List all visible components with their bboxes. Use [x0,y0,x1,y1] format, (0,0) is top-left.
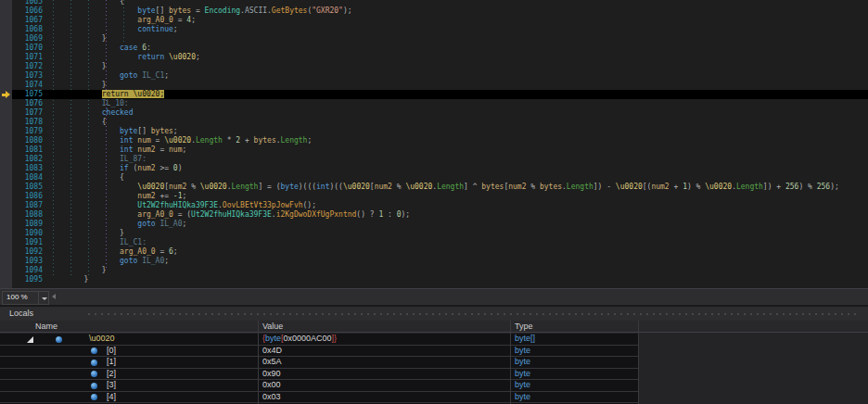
code-line[interactable]: 1086num2 += -1; [0,192,868,201]
line-number[interactable]: 1072 [12,62,43,71]
code-text[interactable]: arg_A0_0 = (Ut2W2fhuHIQka39F3E.i2KgDwoDX… [137,210,410,220]
code-line[interactable]: 1090} [0,229,868,238]
line-number[interactable]: 1089 [12,220,43,229]
value-cell[interactable]: 0x03 [262,392,281,403]
line-number[interactable]: 1065 [12,0,43,6]
code-text[interactable]: byte[] bytes; [120,127,178,136]
line-number[interactable]: 1068 [12,25,43,34]
value-cell[interactable]: 0x90 [262,369,281,380]
line-number[interactable]: 1090 [12,229,43,238]
expander-icon[interactable] [27,336,33,343]
line-number[interactable]: 1095 [12,275,43,284]
column-header-value[interactable]: Value [262,321,283,332]
code-text[interactable]: goto IL_A0; [137,220,186,229]
line-number[interactable]: 1075 [12,90,43,99]
code-text[interactable]: IL_C1: [120,238,147,247]
line-number[interactable]: 1079 [12,127,43,136]
line-number[interactable]: 1087 [12,201,43,210]
scroll-left-arrow-icon[interactable] [52,294,56,299]
line-number[interactable]: 1070 [12,44,43,53]
line-number[interactable]: 1082 [12,155,43,164]
code-line[interactable]: 1066byte[] bytes = Encoding.ASCII.GetByt… [0,6,868,16]
column-header-name[interactable]: Name [35,321,57,332]
line-number[interactable]: 1080 [12,136,43,145]
code-line[interactable]: 1076IL_10: [0,99,868,108]
locals-row[interactable]: [1]0x5Abyte [0,357,638,369]
code-line[interactable]: 1078{ [0,118,868,127]
value-cell[interactable]: {byte[0x0000AC00]} [262,334,337,345]
code-text[interactable]: byte[] bytes = Encoding.ASCII.GetBytes("… [137,6,351,16]
code-text[interactable]: { [102,118,107,127]
code-line[interactable]: 1065{ [0,0,868,6]
code-line[interactable]: 1068continue; [0,25,868,34]
code-text[interactable]: IL_87: [120,155,147,164]
value-cell[interactable]: 0x00 [262,380,281,391]
line-number[interactable]: 1073 [12,71,43,81]
breakpoint-margin[interactable] [0,0,12,288]
code-line[interactable]: 1084{ [0,173,868,183]
column-separator[interactable] [510,321,511,404]
locals-row[interactable]: \u0020{byte[0x0000AC00]}byte[] [0,334,638,346]
code-line[interactable]: 1082IL_87: [0,155,868,164]
column-separator[interactable] [258,321,259,404]
code-text[interactable]: return \u0020; [102,90,164,99]
line-number[interactable]: 1086 [12,192,43,201]
code-text[interactable]: } [102,34,107,44]
line-number[interactable]: 1091 [12,238,43,247]
code-line[interactable]: 1077checked [0,108,868,118]
code-line[interactable]: 1095} [0,275,868,284]
code-text[interactable]: continue; [137,25,177,34]
line-number[interactable]: 1094 [12,266,43,275]
code-text[interactable]: if (num2 >= 0) [120,164,182,173]
code-line[interactable]: 1080int num = \u0020.Length * 2 + bytes.… [0,136,868,145]
line-number[interactable]: 1083 [12,164,43,173]
code-line[interactable]: 1093goto IL_A0; [0,257,868,266]
line-number[interactable]: 1071 [12,53,43,62]
code-line[interactable]: 1081int num2 = num; [0,145,868,155]
line-number[interactable]: 1069 [12,34,43,44]
column-separator[interactable] [638,321,639,404]
line-number[interactable]: 1077 [12,108,43,118]
value-cell[interactable]: 0x4D [262,346,282,357]
locals-row[interactable]: [2]0x90byte [0,369,638,381]
line-number[interactable]: 1067 [12,16,43,25]
code-line[interactable]: 1089goto IL_A0; [0,220,868,229]
code-line[interactable]: 1074} [0,81,868,90]
code-line[interactable]: 1092arg_A0_0 = 6; [0,247,868,257]
code-line[interactable]: 1079byte[] bytes; [0,127,868,136]
code-text[interactable]: arg_A0_0 = 6; [120,247,178,257]
column-header-type[interactable]: Type [515,321,533,332]
code-text[interactable]: } [102,62,107,71]
code-line[interactable]: 1069} [0,34,868,44]
code-text[interactable]: return \u0020; [137,53,199,62]
line-number[interactable]: 1081 [12,145,43,155]
code-text[interactable]: } [102,266,107,275]
code-text[interactable]: IL_10: [102,99,129,108]
zoom-level-combo[interactable]: 100 % [2,291,41,305]
line-number[interactable]: 1076 [12,99,43,108]
code-line[interactable]: 1091IL_C1: [0,238,868,247]
code-text[interactable]: } [120,229,124,238]
code-text[interactable]: \u0020[num2 % \u0020.Length] = (byte)(((… [137,183,838,192]
code-line[interactable]: 1071return \u0020; [0,53,868,62]
code-text[interactable]: } [84,275,89,284]
locals-row[interactable]: [0]0x4Dbyte [0,346,638,358]
code-text[interactable]: { [120,173,124,183]
locals-row[interactable]: [4]0x03byte [0,392,638,404]
code-line[interactable]: 1085\u0020[num2 % \u0020.Length] = (byte… [0,183,868,192]
line-number[interactable]: 1088 [12,210,43,220]
code-line[interactable]: 1088arg_A0_0 = (Ut2W2fhuHIQka39F3E.i2KgD… [0,210,868,220]
code-text[interactable]: { [120,0,124,6]
line-number[interactable]: 1092 [12,247,43,257]
code-text[interactable]: Ut2W2fhuHIQka39F3E.OovLBEtVt33pJowFvh(); [137,201,316,210]
line-number[interactable]: 1074 [12,81,43,90]
code-line[interactable]: 1073goto IL_C1; [0,71,868,81]
code-line[interactable]: 1072} [0,62,868,71]
code-line[interactable]: 1087Ut2W2fhuHIQka39F3E.OovLBEtVt33pJowFv… [0,201,868,210]
code-line[interactable]: 1083if (num2 >= 0) [0,164,868,173]
code-text[interactable]: } [102,81,107,90]
value-cell[interactable]: 0x5A [262,357,282,368]
code-line[interactable]: 1067arg_A0_0 = 4; [0,16,868,25]
line-number[interactable]: 1085 [12,183,43,192]
horizontal-scrollbar[interactable] [59,291,868,304]
